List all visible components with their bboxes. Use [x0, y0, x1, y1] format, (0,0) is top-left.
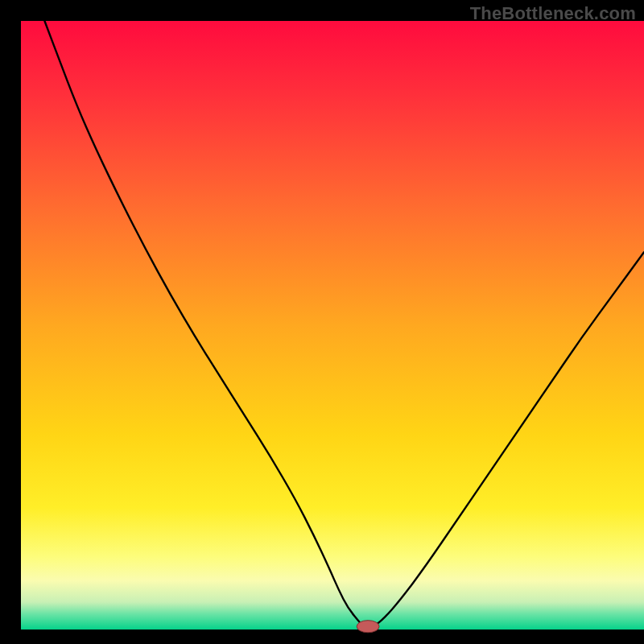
- plot-background: [21, 21, 644, 630]
- watermark-text: TheBottleneck.com: [470, 3, 636, 24]
- bottleneck-chart: [0, 0, 644, 644]
- optimal-point-marker: [357, 621, 379, 633]
- chart-frame: TheBottleneck.com: [0, 0, 644, 644]
